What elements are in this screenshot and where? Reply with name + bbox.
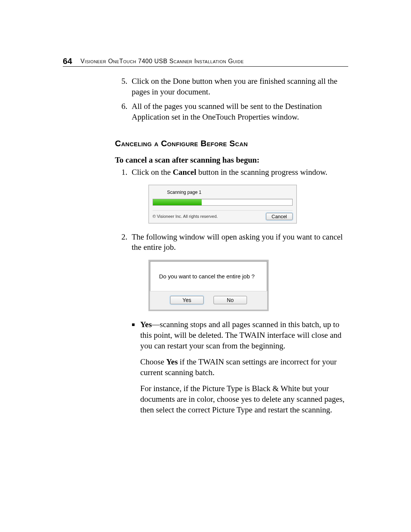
page-number: 64 <box>63 56 72 66</box>
scanning-progress-dialog: Scanning page 1 © Visioneer Inc. All rig… <box>148 185 297 224</box>
step-text: Click on the <box>132 168 173 177</box>
step-text: The following window will open asking yo… <box>132 232 343 252</box>
page-content: Click on the Done button when you are fi… <box>115 76 347 421</box>
progress-bar-fill <box>153 199 202 205</box>
list-item: All of the pages you scanned will be sen… <box>129 101 347 123</box>
sub-heading: To cancel a scan after scanning has begu… <box>115 155 347 165</box>
document-page: 64 Visioneer OneTouch 7400 USB Scanner I… <box>0 0 411 532</box>
bullet-item: ■ Yes—scanning stops and all pages scann… <box>132 320 347 420</box>
bullet-lead-rest: —scanning stops and all pages scanned in… <box>140 320 341 350</box>
bullet-paragraph: Yes—scanning stops and all pages scanned… <box>140 320 347 351</box>
dialog-message: Do you want to cancel the entire job ? <box>150 261 267 291</box>
list-item: Click on the Cancel button in the scanni… <box>129 167 347 224</box>
cancel-button[interactable]: Cancel <box>266 213 293 220</box>
progress-footer: © Visioneer Inc. All rights reserved. Ca… <box>153 210 293 220</box>
text-bold: Yes <box>166 357 178 366</box>
copyright-text: © Visioneer Inc. All rights reserved. <box>153 214 218 219</box>
bullet-paragraph: For instance, if the Picture Type is Bla… <box>140 383 347 415</box>
text: Choose <box>140 357 166 366</box>
bullet-text: Yes—scanning stops and all pages scanned… <box>140 320 347 420</box>
yes-button[interactable]: Yes <box>170 296 204 304</box>
no-button[interactable]: No <box>213 296 247 304</box>
progress-bar <box>153 199 293 206</box>
cancel-steps-list: Click on the Cancel button in the scanni… <box>115 167 347 312</box>
square-bullet-icon: ■ <box>132 320 135 420</box>
progress-dialog-figure: Scanning page 1 © Visioneer Inc. All rig… <box>148 185 347 224</box>
bullet-paragraph: Choose Yes if the TWAIN scan settings ar… <box>140 357 347 378</box>
section-heading: Canceling a Configure Before Scan <box>115 139 347 149</box>
step-text: button in the scanning progress window. <box>196 168 328 177</box>
bullet-lead-bold: Yes <box>140 320 151 329</box>
bullet-list: ■ Yes—scanning stops and all pages scann… <box>132 320 347 420</box>
continued-steps-list: Click on the Done button when you are fi… <box>115 76 347 123</box>
page-header: 64 Visioneer OneTouch 7400 USB Scanner I… <box>63 56 348 66</box>
dialog-button-row: Yes No <box>150 291 267 310</box>
cancel-job-dialog: Do you want to cancel the entire job ? Y… <box>148 260 269 311</box>
step-bold: Cancel <box>173 168 196 177</box>
header-title: Visioneer OneTouch 7400 USB Scanner Inst… <box>80 58 244 65</box>
scanning-progress-label: Scanning page 1 <box>153 189 293 199</box>
confirm-dialog-figure: Do you want to cancel the entire job ? Y… <box>148 260 347 311</box>
list-item: The following window will open asking yo… <box>129 232 347 312</box>
header-rule <box>63 66 348 67</box>
list-item: Click on the Done button when you are fi… <box>129 76 347 97</box>
